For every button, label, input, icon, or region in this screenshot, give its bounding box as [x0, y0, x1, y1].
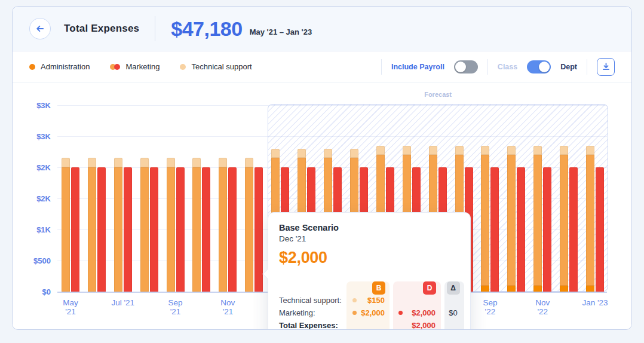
administration-segment[interactable]: [533, 286, 542, 292]
scenario-b-bar-Oct '22[interactable]: [507, 146, 516, 292]
chart-tooltip: Base Scenario Dec '21 $2,000 B D Δ Techn…: [268, 212, 471, 330]
marketing-segment[interactable]: [586, 155, 594, 285]
include-payroll-toggle[interactable]: [454, 60, 478, 74]
technical-support-segment[interactable]: [560, 146, 568, 155]
marketing-dots: [110, 64, 120, 70]
marketing-segment[interactable]: [560, 155, 568, 285]
technical-support-segment[interactable]: [140, 158, 149, 167]
administration-segment[interactable]: [586, 286, 594, 292]
legend-item-technical-support[interactable]: Technical support: [180, 62, 252, 71]
y-axis-tick-label: $2K: [13, 194, 51, 203]
technical-support-segment[interactable]: [455, 146, 464, 155]
technical-support-segment[interactable]: [586, 146, 594, 155]
scenario-b-bar-Nov '21[interactable]: [219, 158, 227, 292]
scenario-d-bar-Aug '21[interactable]: [150, 167, 158, 292]
scenario-b-bar-Dec '21[interactable]: [245, 158, 253, 292]
marketing-segment[interactable]: [481, 155, 489, 285]
administration-segment[interactable]: [560, 286, 568, 292]
download-button[interactable]: [597, 58, 615, 76]
scenario-d-bar-Jan '23[interactable]: [596, 167, 604, 292]
delta-badge: Δ: [447, 281, 460, 295]
legend-item-administration[interactable]: Administration: [29, 62, 90, 71]
technical-support-dot: [352, 298, 357, 302]
scenario-d-bar-Jun '21[interactable]: [97, 167, 106, 292]
scenario-d-bar-Nov '22[interactable]: [543, 167, 551, 292]
y-axis-tick-label: $2K: [13, 163, 51, 172]
scenario-b-bar-Nov '22[interactable]: [533, 146, 542, 292]
technical-support-segment[interactable]: [245, 158, 253, 167]
x-axis-label-Sep '22: Sep '22: [477, 298, 503, 316]
class-dept-toggle[interactable]: [527, 60, 551, 74]
scenario-b-bar-Jul '21[interactable]: [114, 158, 122, 292]
technical-support-segment[interactable]: [376, 146, 385, 155]
y-axis-tick-label: $3K: [13, 101, 51, 110]
scenario-d-bar-Oct '22[interactable]: [517, 167, 525, 292]
scenario-b-bar-Sep '22[interactable]: [481, 146, 489, 292]
divider: [381, 59, 382, 75]
technical-support-segment[interactable]: [167, 158, 175, 167]
marketing-segment[interactable]: [88, 167, 96, 292]
technical-support-segment[interactable]: [324, 149, 332, 158]
download-icon: [602, 62, 611, 71]
scenario-d-bar-Sep '22[interactable]: [490, 167, 499, 292]
divider: [587, 59, 587, 75]
technical-support-segment[interactable]: [219, 158, 227, 167]
marketing-d-dot: [398, 311, 403, 315]
technical-support-segment[interactable]: [114, 158, 122, 167]
row-label-technical-support: Technical support:: [279, 294, 344, 306]
scenario-b-bar-Dec '22[interactable]: [560, 146, 568, 292]
marketing-segment[interactable]: [192, 167, 201, 292]
marketing-segment[interactable]: [533, 155, 542, 285]
scenario-b-bar-May '21[interactable]: [62, 158, 70, 292]
technical-support-segment[interactable]: [403, 146, 411, 155]
tooltip-table: B D Δ Technical support: $150 Marketing:…: [279, 281, 459, 330]
tooltip-scenario-title: Base Scenario: [279, 223, 459, 232]
marketing-segment[interactable]: [219, 167, 227, 292]
marketing-segment[interactable]: [62, 167, 70, 292]
marketing-segment[interactable]: [167, 167, 175, 292]
technical-support-segment[interactable]: [88, 158, 96, 167]
technical-support-segment[interactable]: [62, 158, 70, 167]
scenario-d-bar-May '21[interactable]: [71, 167, 79, 292]
legend-item-marketing[interactable]: Marketing: [110, 62, 160, 71]
scenario-d-bar-Dec '22[interactable]: [569, 167, 578, 292]
scenario-d-bar-Dec '21[interactable]: [254, 167, 263, 292]
technical-support-segment[interactable]: [481, 146, 489, 155]
administration-segment[interactable]: [481, 286, 489, 292]
technical-support-segment[interactable]: [350, 149, 358, 158]
technical-support-segment[interactable]: [429, 146, 437, 155]
scenario-b-bar-Sep '21[interactable]: [167, 158, 175, 292]
dept-label: Dept: [560, 63, 577, 71]
tech-support-b-value: $150: [346, 294, 390, 306]
technical-support-segment[interactable]: [192, 158, 201, 167]
scenario-b-bar-Oct '21[interactable]: [192, 158, 201, 292]
back-button[interactable]: [29, 18, 51, 39]
scenario-b-bar-Jan '23[interactable]: [586, 146, 594, 292]
marketing-segment[interactable]: [507, 155, 516, 285]
scenario-d-bar-Nov '21[interactable]: [228, 167, 237, 292]
y-axis-tick-label: $3K: [13, 132, 51, 141]
total-expenses-amount: $47,180: [171, 17, 242, 41]
technical-support-segment[interactable]: [533, 146, 542, 155]
arrow-left-icon: [35, 24, 45, 33]
technical-support-segment[interactable]: [507, 146, 516, 155]
x-axis-label-Sep '21: Sep '21: [162, 298, 189, 316]
chart-options: Include Payroll Class Dept: [381, 58, 615, 76]
scenario-b-bar-Aug '21[interactable]: [140, 158, 149, 292]
divider: [155, 16, 155, 41]
scenario-b-bar-Jun '21[interactable]: [88, 158, 96, 292]
divider: [487, 59, 488, 75]
marketing-segment[interactable]: [140, 167, 149, 292]
scenario-d-bar-Oct '21[interactable]: [202, 167, 210, 292]
x-axis-label-Nov '21: Nov '21: [214, 298, 241, 316]
administration-segment[interactable]: [507, 286, 516, 292]
technical-support-segment[interactable]: [298, 149, 306, 158]
scenario-d-bar-Sep '21[interactable]: [176, 167, 185, 292]
marketing-segment[interactable]: [114, 167, 122, 292]
y-axis-tick-label: $0: [13, 287, 51, 296]
marketing-segment[interactable]: [245, 167, 253, 292]
technical-support-segment[interactable]: [271, 149, 280, 158]
include-payroll-label: Include Payroll: [391, 63, 444, 71]
tooltip-grid: B D Δ Technical support: $150 Marketing:…: [279, 281, 459, 330]
scenario-d-bar-Jul '21[interactable]: [124, 167, 132, 292]
